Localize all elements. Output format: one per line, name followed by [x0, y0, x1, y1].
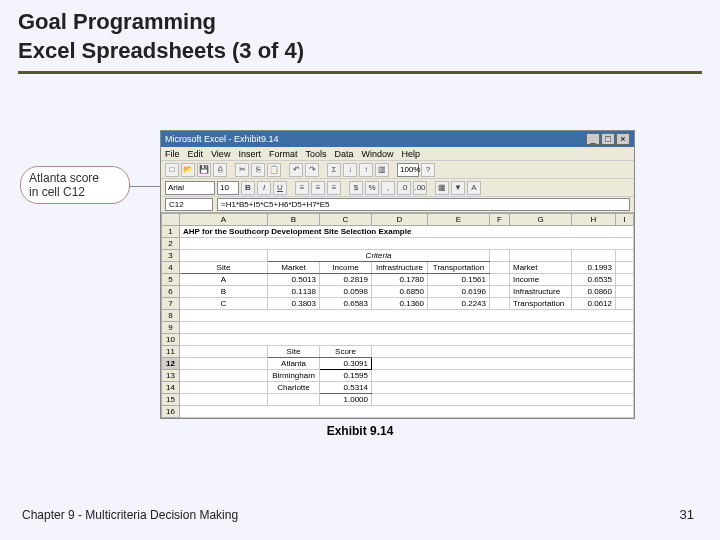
- new-icon[interactable]: □: [165, 163, 179, 177]
- menu-data[interactable]: Data: [334, 149, 353, 159]
- maximize-button[interactable]: □: [601, 133, 615, 145]
- cell-h6[interactable]: 0.0860: [572, 286, 616, 298]
- paste-icon[interactable]: 📋: [267, 163, 281, 177]
- bold-icon[interactable]: B: [241, 181, 255, 195]
- cell-b15[interactable]: [268, 394, 320, 406]
- cell-f4[interactable]: [490, 262, 510, 274]
- row-hdr-1[interactable]: 1: [162, 226, 180, 238]
- cell-c6[interactable]: 0.0598: [320, 286, 372, 298]
- col-i[interactable]: I: [616, 214, 634, 226]
- chart-icon[interactable]: ▥: [375, 163, 389, 177]
- cut-icon[interactable]: ✂: [235, 163, 249, 177]
- align-center-icon[interactable]: ≡: [311, 181, 325, 195]
- cell-c12-selected[interactable]: 0.3091: [320, 358, 372, 370]
- col-b[interactable]: B: [268, 214, 320, 226]
- cell-b5[interactable]: 0.5013: [268, 274, 320, 286]
- increase-decimal-icon[interactable]: .00: [413, 181, 427, 195]
- cell-i4[interactable]: [616, 262, 634, 274]
- cell-row2[interactable]: [180, 238, 634, 250]
- cell-row16[interactable]: [180, 406, 634, 418]
- menu-view[interactable]: View: [211, 149, 230, 159]
- cell-c14[interactable]: 0.5314: [320, 382, 372, 394]
- col-f[interactable]: F: [490, 214, 510, 226]
- row-hdr-2[interactable]: 2: [162, 238, 180, 250]
- row-hdr-16[interactable]: 16: [162, 406, 180, 418]
- cell-d7[interactable]: 0.1360: [372, 298, 428, 310]
- cell-row9[interactable]: [180, 322, 634, 334]
- row-hdr-13[interactable]: 13: [162, 370, 180, 382]
- cell-b12[interactable]: Atlanta: [268, 358, 320, 370]
- menu-format[interactable]: Format: [269, 149, 298, 159]
- cell-d6[interactable]: 0.6850: [372, 286, 428, 298]
- open-icon[interactable]: 📂: [181, 163, 195, 177]
- font-selector[interactable]: Arial: [165, 181, 215, 195]
- help-icon[interactable]: ?: [421, 163, 435, 177]
- cell-e7[interactable]: 0.2243: [428, 298, 490, 310]
- row-hdr-10[interactable]: 10: [162, 334, 180, 346]
- cell-h3[interactable]: [572, 250, 616, 262]
- cell-i5[interactable]: [616, 274, 634, 286]
- align-left-icon[interactable]: ≡: [295, 181, 309, 195]
- cell-c11[interactable]: Score: [320, 346, 372, 358]
- currency-icon[interactable]: $: [349, 181, 363, 195]
- sort-desc-icon[interactable]: ↑: [359, 163, 373, 177]
- row-hdr-4[interactable]: 4: [162, 262, 180, 274]
- name-box[interactable]: C12: [165, 198, 213, 211]
- cell-g7[interactable]: Transportation: [510, 298, 572, 310]
- cell-f7[interactable]: [490, 298, 510, 310]
- cell-row12-rest[interactable]: [372, 358, 634, 370]
- cell-e5[interactable]: 0.1561: [428, 274, 490, 286]
- cell-f6[interactable]: [490, 286, 510, 298]
- undo-icon[interactable]: ↶: [289, 163, 303, 177]
- save-icon[interactable]: 💾: [197, 163, 211, 177]
- font-size-selector[interactable]: 10: [217, 181, 239, 195]
- col-g[interactable]: G: [510, 214, 572, 226]
- row-hdr-3[interactable]: 3: [162, 250, 180, 262]
- close-button[interactable]: ×: [616, 133, 630, 145]
- cell-g4[interactable]: Market: [510, 262, 572, 274]
- percent-icon[interactable]: %: [365, 181, 379, 195]
- col-a[interactable]: A: [180, 214, 268, 226]
- sum-icon[interactable]: Σ: [327, 163, 341, 177]
- print-icon[interactable]: ⎙: [213, 163, 227, 177]
- borders-icon[interactable]: ▦: [435, 181, 449, 195]
- row-hdr-6[interactable]: 6: [162, 286, 180, 298]
- menu-edit[interactable]: Edit: [188, 149, 204, 159]
- cell-row15-rest[interactable]: [372, 394, 634, 406]
- cell-c13[interactable]: 0.1595: [320, 370, 372, 382]
- row-hdr-12[interactable]: 12: [162, 358, 180, 370]
- cell-a1[interactable]: AHP for the Southcorp Development Site S…: [180, 226, 634, 238]
- cell-e6[interactable]: 0.6196: [428, 286, 490, 298]
- cell-b6[interactable]: 0.1138: [268, 286, 320, 298]
- cell-d4[interactable]: Infrastructure: [372, 262, 428, 274]
- cell-c15[interactable]: 1.0000: [320, 394, 372, 406]
- cell-g3[interactable]: [510, 250, 572, 262]
- cell-h5[interactable]: 0.6535: [572, 274, 616, 286]
- menu-file[interactable]: File: [165, 149, 180, 159]
- cell-b13[interactable]: Birmingham: [268, 370, 320, 382]
- decrease-decimal-icon[interactable]: .0: [397, 181, 411, 195]
- underline-icon[interactable]: U: [273, 181, 287, 195]
- spreadsheet-grid[interactable]: A B C D E F G H I 1 AHP for the Southcor…: [161, 213, 634, 418]
- cell-i6[interactable]: [616, 286, 634, 298]
- row-hdr-8[interactable]: 8: [162, 310, 180, 322]
- minimize-button[interactable]: _: [586, 133, 600, 145]
- cell-h7[interactable]: 0.0612: [572, 298, 616, 310]
- row-hdr-5[interactable]: 5: [162, 274, 180, 286]
- cell-row11-rest[interactable]: [372, 346, 634, 358]
- align-right-icon[interactable]: ≡: [327, 181, 341, 195]
- cell-g5[interactable]: Income: [510, 274, 572, 286]
- cell-a7[interactable]: C: [180, 298, 268, 310]
- italic-icon[interactable]: I: [257, 181, 271, 195]
- cell-c4[interactable]: Income: [320, 262, 372, 274]
- row-hdr-11[interactable]: 11: [162, 346, 180, 358]
- cell-h4[interactable]: 0.1993: [572, 262, 616, 274]
- cell-a12[interactable]: [180, 358, 268, 370]
- cell-b7[interactable]: 0.3803: [268, 298, 320, 310]
- cell-a3[interactable]: [180, 250, 268, 262]
- cell-c5[interactable]: 0.2819: [320, 274, 372, 286]
- cell-f3[interactable]: [490, 250, 510, 262]
- cell-i7[interactable]: [616, 298, 634, 310]
- cell-row10[interactable]: [180, 334, 634, 346]
- cell-d5[interactable]: 0.1780: [372, 274, 428, 286]
